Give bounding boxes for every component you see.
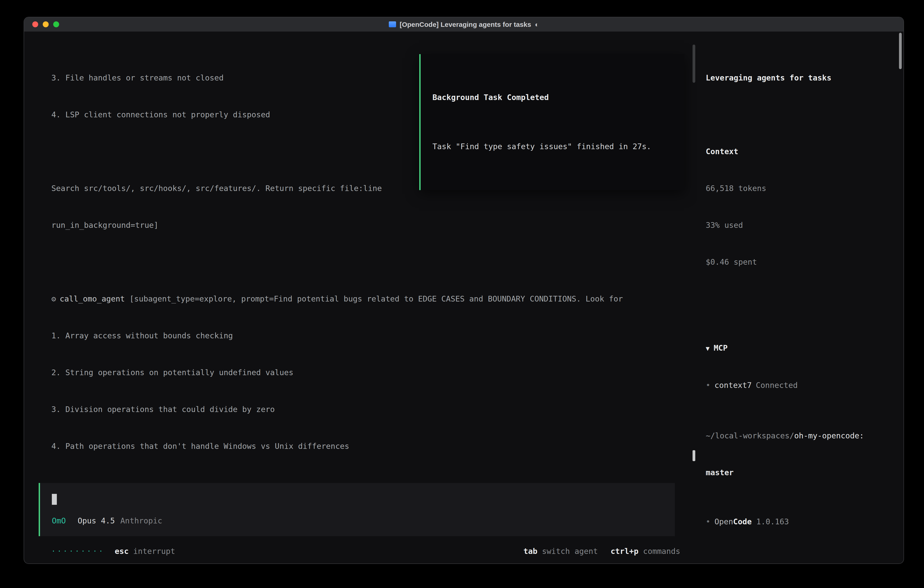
tool-name: call_omo_agent [60,294,125,303]
model-line: OmOOpus 4.5Anthropic [52,515,663,527]
tool-args: [subagent_type=explore, prompt=Find pote… [125,294,623,303]
chat-scrollbar-thumb[interactable] [693,450,695,461]
sidebar-scrollbar-thumb[interactable] [899,33,902,69]
status-bar: ·········escinterrupttabswitch agentctrl… [24,543,696,564]
chat-scrollbar [693,45,695,469]
esc-key-hint: esc [115,545,129,557]
tool-call-line: ⚙call_omo_agent [subagent_type=explore, … [51,293,683,305]
tab-key-label: switch agent [542,545,598,557]
sidebar: Leveraging agents for tasks Context 66,5… [696,32,904,564]
context-used: 33% used [706,219,891,231]
input-provider-name: Anthropic [120,515,162,527]
text-cursor [52,494,57,505]
document-icon [389,21,396,27]
terminal-line: run_in_background=true] [51,219,683,231]
prompt-input[interactable]: OmOOpus 4.5Anthropic [39,483,675,536]
session-title: Leveraging agents for tasks [706,72,891,84]
input-agent-name: OmO [52,515,66,527]
mcp-item: •context7Connected [706,379,891,391]
half-circle-icon: ◐ [535,18,539,30]
sidebar-footer: ~/local-workspaces/oh-my-opencode: maste… [706,405,891,564]
workspace-path: ~/local-workspaces/oh-my-opencode: [706,430,891,442]
workspace-branch: master [706,467,891,479]
toast-title: Background Task Completed [432,91,673,104]
window-title-text: [OpenCode] Leveraging agents for tasks [400,18,531,30]
terminal-line: 2. String operations on potentially unde… [51,367,683,379]
chat-scrollbar-segment[interactable] [693,45,695,83]
window-title: [OpenCode] Leveraging agents for tasks◐ [24,18,904,30]
mcp-heading: ▼MCP [706,342,891,355]
context-heading: Context [706,145,891,158]
terminal-line: 3. Division operations that could divide… [51,403,683,416]
tab-key-hint: tab [523,545,537,557]
bullet-icon: • [706,517,711,526]
terminal-line: 4. Path operations that don't handle Win… [51,440,683,453]
desktop: [OpenCode] Leveraging agents for tasks◐ … [0,0,924,588]
toast-body: Task "Find type safety issues" finished … [432,140,673,153]
sidebar-scroll-area: Leveraging agents for tasks Context 66,5… [706,47,891,405]
titlebar: [OpenCode] Leveraging agents for tasks◐ [24,17,904,32]
context-spent: $0.46 spent [706,256,891,268]
bullet-icon: • [706,381,711,390]
context-tokens: 66,518 tokens [706,182,891,195]
collapse-icon: ▼ [706,345,710,352]
terminal-window: [OpenCode] Leveraging agents for tasks◐ … [24,17,904,564]
esc-key-label: interrupt [133,545,175,557]
gear-icon: ⚙ [51,294,56,303]
toast-notification: Background Task Completed Task "Find typ… [419,54,684,190]
chat-pane: 3. File handles or streams not closed 4.… [24,32,696,564]
ctrlp-key-label: commands [643,545,680,557]
terminal-line: 1. Array access without bounds checking [51,330,683,342]
ctrlp-key-hint: ctrl+p [610,545,639,557]
input-model-name: Opus 4.5 [78,515,115,527]
progress-dots: ········· [51,545,105,557]
app-version: •OpenCode1.0.163 [706,516,891,528]
